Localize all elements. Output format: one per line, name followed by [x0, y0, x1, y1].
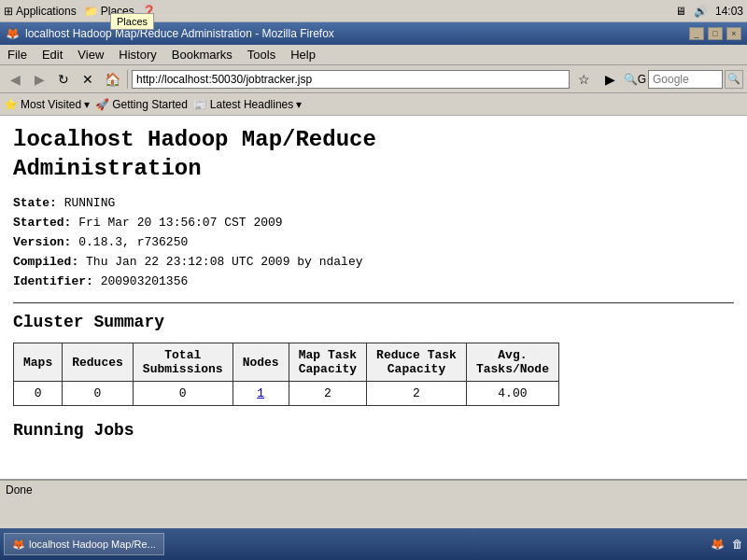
menu-help[interactable]: Help [283, 46, 323, 63]
compiled-label: Compiled: [13, 255, 78, 269]
cell-maps: 0 [14, 382, 63, 406]
status-text: Done [6, 483, 33, 497]
home-button[interactable]: 🏠 [101, 68, 123, 91]
menu-file[interactable]: File [0, 46, 35, 63]
minimize-button[interactable]: _ [689, 27, 704, 40]
nodes-link[interactable]: 1 [257, 386, 264, 400]
url-bar: ☆ ▶ [132, 68, 622, 91]
version-row: Version: 0.18.3, r736250 [13, 233, 734, 253]
bookmarks-bar: ⭐ Most Visited ▾ 🚀 Getting Started 📰 Lat… [0, 93, 747, 116]
cluster-summary-heading: Cluster Summary [13, 313, 734, 331]
cell-avg: 4.00 [466, 382, 558, 406]
taskbar-firefox-button[interactable]: 🦊 localhost Hadoop Map/Re... [4, 533, 164, 555]
headlines-icon: 📰 [193, 98, 207, 111]
stop-button[interactable]: ✕ [77, 68, 99, 91]
compiled-value: Thu Jan 22 23:12:08 UTC 2009 by ndaley [86, 255, 362, 269]
identifier-row: Identifier: 200903201356 [13, 273, 734, 292]
menu-history[interactable]: History [111, 46, 163, 63]
version-label: Version: [13, 235, 71, 249]
menu-bar: File Edit View History Bookmarks Tools H… [0, 45, 747, 65]
identifier-value: 200903201356 [101, 274, 189, 288]
col-header-maps: Maps [14, 343, 63, 382]
menu-view[interactable]: View [70, 46, 111, 63]
maximize-button[interactable]: □ [708, 27, 723, 40]
os-topbar-right: 🖥 🔊 14:03 [675, 5, 743, 18]
search-box: 🔍G 🔍 [624, 70, 743, 89]
cell-submissions: 0 [133, 382, 233, 406]
section-divider [13, 302, 734, 303]
reload-button[interactable]: ↻ [52, 68, 75, 91]
version-value: 0.18.3, r736250 [78, 235, 188, 249]
cell-nodes[interactable]: 1 [233, 382, 289, 406]
col-header-avg: Avg.Tasks/Node [466, 343, 558, 382]
taskbar: 🦊 localhost Hadoop Map/Re... 🦊 🗑 [0, 528, 747, 560]
menu-edit[interactable]: Edit [35, 46, 70, 63]
bookmark-star-icon[interactable]: ☆ [573, 68, 596, 91]
getting-started-icon: 🚀 [95, 98, 109, 111]
window-title: localhost Hadoop Map/Reduce Administrati… [25, 27, 334, 40]
state-label: State: [13, 196, 57, 210]
latest-headlines-chevron: ▾ [296, 98, 302, 111]
started-label: Started: [13, 216, 71, 230]
started-row: Started: Fri Mar 20 13:56:07 CST 2009 [13, 214, 734, 233]
col-header-submissions: TotalSubmissions [133, 343, 233, 382]
most-visited-icon: ⭐ [4, 98, 18, 111]
status-bar: Done [0, 480, 747, 498]
taskbar-firefox-logo: 🦊 [711, 538, 725, 551]
os-topbar: ⊞ Applications 📁 Places ❓ Places 🖥 🔊 14:… [0, 0, 747, 22]
toolbar: ◀ ▶ ↻ ✕ 🏠 ☆ ▶ 🔍G 🔍 [0, 65, 747, 93]
started-value: Fri Mar 20 13:56:07 CST 2009 [78, 216, 282, 230]
latest-headlines-bookmark[interactable]: 📰 Latest Headlines ▾ [193, 98, 302, 111]
applications-label: Applications [16, 5, 77, 18]
cluster-table: Maps Reduces TotalSubmissions Nodes Map … [13, 343, 559, 406]
clock: 14:03 [715, 5, 743, 18]
most-visited-label: Most Visited [21, 98, 81, 111]
table-row: 0 0 0 1 2 2 4.00 [14, 382, 559, 406]
cell-reduce-capacity: 2 [367, 382, 467, 406]
getting-started-label: Getting Started [112, 98, 188, 111]
url-input[interactable] [132, 70, 570, 89]
taskbar-trash-icon: 🗑 [732, 538, 743, 551]
title-bar-controls: _ □ × [689, 27, 741, 40]
server-info: State: RUNNING Started: Fri Mar 20 13:56… [13, 194, 734, 291]
go-button[interactable]: ▶ [599, 68, 622, 91]
state-row: State: RUNNING [13, 194, 734, 214]
back-button[interactable]: ◀ [4, 68, 26, 91]
forward-button[interactable]: ▶ [28, 68, 50, 91]
taskbar-firefox-icon: 🦊 [12, 539, 25, 551]
col-header-map-capacity: Map TaskCapacity [289, 343, 366, 382]
col-header-reduces: Reduces [63, 343, 134, 382]
menu-bookmarks[interactable]: Bookmarks [164, 46, 240, 63]
getting-started-bookmark[interactable]: 🚀 Getting Started [95, 98, 188, 111]
title-bar-left: 🦊 localhost Hadoop Map/Reduce Administra… [6, 27, 334, 40]
places-tooltip: Places [110, 13, 154, 30]
os-applications-menu[interactable]: ⊞ Applications [4, 5, 77, 18]
most-visited-chevron: ▾ [84, 98, 90, 111]
latest-headlines-label: Latest Headlines [210, 98, 293, 111]
close-button[interactable]: × [726, 27, 741, 40]
firefox-logo-icon: 🦊 [6, 27, 20, 40]
compiled-row: Compiled: Thu Jan 22 23:12:08 UTC 2009 b… [13, 253, 734, 273]
page-title: localhost Hadoop Map/Reduce Administrati… [13, 125, 734, 183]
cell-reduces: 0 [63, 382, 134, 406]
cell-map-capacity: 2 [289, 382, 366, 406]
most-visited-bookmark[interactable]: ⭐ Most Visited ▾ [4, 98, 90, 111]
taskbar-right: 🦊 🗑 [711, 538, 743, 551]
applications-icon: ⊞ [4, 5, 13, 18]
search-button[interactable]: 🔍 [725, 70, 743, 89]
menu-tools[interactable]: Tools [240, 46, 283, 63]
volume-icon: 🔊 [694, 5, 708, 18]
browser-content: localhost Hadoop Map/Reduce Administrati… [0, 116, 747, 480]
places-icon: 📁 [84, 5, 98, 18]
toolbar-separator [127, 70, 128, 89]
taskbar-firefox-label: localhost Hadoop Map/Re... [29, 539, 156, 550]
network-icon: 🖥 [675, 5, 686, 18]
col-header-nodes: Nodes [233, 343, 289, 382]
search-input[interactable] [648, 70, 723, 89]
identifier-label: Identifier: [13, 274, 93, 288]
running-jobs-heading: Running Jobs [13, 421, 734, 440]
col-header-reduce-capacity: Reduce TaskCapacity [367, 343, 467, 382]
search-engine-icon: 🔍G [624, 73, 646, 86]
